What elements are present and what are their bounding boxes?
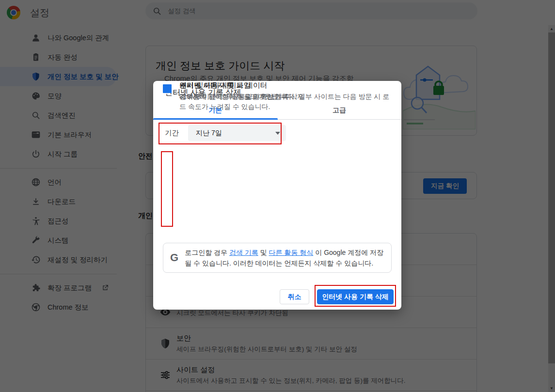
time-range-value: 지난 7일 [196,129,222,138]
notice-text: 로그인할 경우 검색 기록 및 다른 활동 형식 이 Google 계정에 저장… [185,247,384,268]
cancel-button[interactable]: 취소 [280,289,309,304]
google-g-icon: G [170,251,178,264]
notice-segment: 및 [260,249,269,256]
time-range-select[interactable]: 지난 7일 [188,125,286,141]
time-range-label: 기간 [165,128,179,138]
clear-browsing-data-dialog: 인터넷 사용 기록 삭제 기본 고급 기간 지난 7일 인터넷 사용 기록 검색… [153,81,401,310]
active-tab-underline [153,118,278,120]
signed-in-notice: G 로그인할 경우 검색 기록 및 다른 활동 형식 이 Google 계정에 … [163,243,392,273]
dialog-footer: 취소 인터넷 사용 기록 삭제 [280,289,394,304]
notice-segment: 다른 활동 형식 [269,249,314,256]
notice-segment: 검색 기록 [229,249,258,256]
checkbox-checked[interactable] [163,84,172,93]
clear-data-checkbox-item: 캐시된 이미지 및 파일 319MB 미만의 저장용량을 확보합니다. 일부 사… [163,81,393,112]
checkbox-item-description: 319MB 미만의 저장용량을 확보합니다. 일부 사이트는 다음 방문 시 로… [179,92,393,112]
checkbox-item-title: 캐시된 이미지 및 파일 [179,81,393,90]
chrome-settings-page: 설정 검색 설정 나와 Google의 관계 자동 완성 [0,0,555,392]
time-range-row: 기간 지난 7일 [165,125,286,141]
dropdown-arrow-icon [275,132,280,135]
notice-segment: 로그인할 경우 [185,249,229,256]
clear-data-button[interactable]: 인터넷 사용 기록 삭제 [317,289,394,304]
